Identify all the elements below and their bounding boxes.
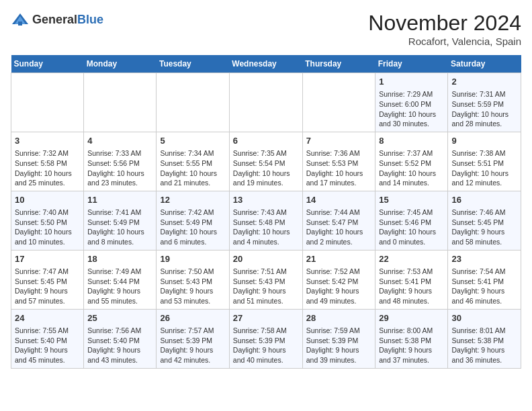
day-info: Sunrise: 7:31 AM Sunset: 5:59 PM Dayligh… [451, 89, 517, 129]
weekday-monday: Monday [84, 55, 157, 73]
day-number: 17 [15, 253, 80, 265]
day-info: Sunrise: 7:56 AM Sunset: 5:40 PM Dayligh… [87, 326, 152, 365]
day-info: Sunrise: 7:44 AM Sunset: 5:47 PM Dayligh… [306, 208, 372, 247]
calendar-cell: 26Sunrise: 7:57 AM Sunset: 5:39 PM Dayli… [157, 309, 229, 368]
logo: GeneralBlue [11, 11, 103, 30]
calendar-cell: 24Sunrise: 7:55 AM Sunset: 5:40 PM Dayli… [11, 309, 84, 368]
calendar-cell: 7Sunrise: 7:36 AM Sunset: 5:53 PM Daylig… [302, 132, 375, 191]
calendar-cell: 4Sunrise: 7:33 AM Sunset: 5:56 PM Daylig… [84, 132, 157, 191]
calendar-cell: 14Sunrise: 7:44 AM Sunset: 5:47 PM Dayli… [302, 191, 375, 250]
day-number: 24 [15, 312, 80, 324]
day-number: 11 [87, 194, 152, 206]
day-number: 14 [306, 194, 372, 206]
calendar-cell: 27Sunrise: 7:58 AM Sunset: 5:39 PM Dayli… [229, 309, 302, 368]
day-info: Sunrise: 7:32 AM Sunset: 5:58 PM Dayligh… [15, 148, 80, 188]
day-number: 16 [451, 194, 517, 206]
weekday-friday: Friday [375, 55, 448, 73]
day-info: Sunrise: 7:42 AM Sunset: 5:49 PM Dayligh… [160, 208, 225, 247]
svg-rect-2 [18, 21, 22, 26]
weekday-sunday: Sunday [11, 55, 84, 73]
day-number: 30 [451, 312, 517, 324]
logo-blue: Blue [77, 13, 103, 26]
day-info: Sunrise: 8:01 AM Sunset: 5:38 PM Dayligh… [451, 326, 517, 365]
day-info: Sunrise: 7:45 AM Sunset: 5:46 PM Dayligh… [379, 208, 444, 247]
day-info: Sunrise: 7:52 AM Sunset: 5:42 PM Dayligh… [306, 267, 372, 306]
day-info: Sunrise: 7:50 AM Sunset: 5:43 PM Dayligh… [160, 267, 225, 306]
day-info: Sunrise: 8:00 AM Sunset: 5:38 PM Dayligh… [379, 326, 444, 365]
day-info: Sunrise: 7:54 AM Sunset: 5:41 PM Dayligh… [451, 267, 517, 306]
day-number: 29 [379, 312, 444, 324]
day-number: 13 [233, 194, 299, 206]
calendar-cell: 30Sunrise: 8:01 AM Sunset: 5:38 PM Dayli… [448, 309, 521, 368]
day-info: Sunrise: 7:38 AM Sunset: 5:51 PM Dayligh… [451, 148, 517, 188]
calendar-cell: 5Sunrise: 7:34 AM Sunset: 5:55 PM Daylig… [157, 132, 229, 191]
day-number: 28 [306, 312, 372, 324]
page-header: GeneralBlue November 2024 Rocafort, Vale… [11, 11, 521, 47]
day-info: Sunrise: 7:37 AM Sunset: 5:52 PM Dayligh… [379, 148, 444, 188]
calendar-cell: 8Sunrise: 7:37 AM Sunset: 5:52 PM Daylig… [375, 132, 448, 191]
calendar-cell: 17Sunrise: 7:47 AM Sunset: 5:45 PM Dayli… [11, 250, 84, 309]
calendar-cell: 2Sunrise: 7:31 AM Sunset: 5:59 PM Daylig… [448, 73, 521, 132]
day-info: Sunrise: 7:47 AM Sunset: 5:45 PM Dayligh… [15, 267, 80, 306]
day-info: Sunrise: 7:53 AM Sunset: 5:41 PM Dayligh… [379, 267, 444, 306]
calendar-cell: 16Sunrise: 7:46 AM Sunset: 5:45 PM Dayli… [448, 191, 521, 250]
calendar-cell: 29Sunrise: 8:00 AM Sunset: 5:38 PM Dayli… [375, 309, 448, 368]
day-info: Sunrise: 7:35 AM Sunset: 5:54 PM Dayligh… [233, 148, 299, 188]
weekday-header-row: SundayMondayTuesdayWednesdayThursdayFrid… [11, 55, 521, 73]
calendar-cell [84, 73, 157, 132]
calendar-cell: 18Sunrise: 7:49 AM Sunset: 5:44 PM Dayli… [84, 250, 157, 309]
calendar-cell [302, 73, 375, 132]
day-number: 8 [379, 135, 444, 147]
day-number: 20 [233, 253, 299, 265]
weekday-thursday: Thursday [302, 55, 375, 73]
weekday-tuesday: Tuesday [157, 55, 229, 73]
day-number: 2 [451, 76, 517, 88]
day-number: 7 [306, 135, 372, 147]
day-number: 6 [233, 135, 299, 147]
day-info: Sunrise: 7:29 AM Sunset: 6:00 PM Dayligh… [379, 89, 444, 129]
day-info: Sunrise: 7:41 AM Sunset: 5:49 PM Dayligh… [87, 208, 152, 247]
weekday-wednesday: Wednesday [229, 55, 302, 73]
day-number: 9 [451, 135, 517, 147]
calendar-cell: 19Sunrise: 7:50 AM Sunset: 5:43 PM Dayli… [157, 250, 229, 309]
month-title: November 2024 [368, 11, 521, 36]
day-number: 1 [379, 76, 444, 88]
calendar-cell: 9Sunrise: 7:38 AM Sunset: 5:51 PM Daylig… [448, 132, 521, 191]
calendar-cell: 12Sunrise: 7:42 AM Sunset: 5:49 PM Dayli… [157, 191, 229, 250]
logo-icon [11, 11, 30, 30]
calendar-cell: 15Sunrise: 7:45 AM Sunset: 5:46 PM Dayli… [375, 191, 448, 250]
day-info: Sunrise: 7:55 AM Sunset: 5:40 PM Dayligh… [15, 326, 80, 365]
day-info: Sunrise: 7:57 AM Sunset: 5:39 PM Dayligh… [160, 326, 225, 365]
day-number: 22 [379, 253, 444, 265]
day-number: 5 [160, 135, 225, 147]
day-number: 21 [306, 253, 372, 265]
day-number: 12 [160, 194, 225, 206]
day-info: Sunrise: 7:58 AM Sunset: 5:39 PM Dayligh… [233, 326, 299, 365]
day-info: Sunrise: 7:36 AM Sunset: 5:53 PM Dayligh… [306, 148, 372, 188]
day-number: 10 [15, 194, 80, 206]
calendar-cell [157, 73, 229, 132]
week-row-3: 10Sunrise: 7:40 AM Sunset: 5:50 PM Dayli… [11, 191, 521, 250]
calendar-cell: 6Sunrise: 7:35 AM Sunset: 5:54 PM Daylig… [229, 132, 302, 191]
day-info: Sunrise: 7:34 AM Sunset: 5:55 PM Dayligh… [160, 148, 225, 188]
calendar-cell: 3Sunrise: 7:32 AM Sunset: 5:58 PM Daylig… [11, 132, 84, 191]
calendar-cell: 11Sunrise: 7:41 AM Sunset: 5:49 PM Dayli… [84, 191, 157, 250]
calendar-cell: 13Sunrise: 7:43 AM Sunset: 5:48 PM Dayli… [229, 191, 302, 250]
calendar-cell: 1Sunrise: 7:29 AM Sunset: 6:00 PM Daylig… [375, 73, 448, 132]
day-info: Sunrise: 7:43 AM Sunset: 5:48 PM Dayligh… [233, 208, 299, 247]
calendar-cell: 25Sunrise: 7:56 AM Sunset: 5:40 PM Dayli… [84, 309, 157, 368]
weekday-saturday: Saturday [448, 55, 521, 73]
calendar-cell: 10Sunrise: 7:40 AM Sunset: 5:50 PM Dayli… [11, 191, 84, 250]
day-number: 18 [87, 253, 152, 265]
week-row-2: 3Sunrise: 7:32 AM Sunset: 5:58 PM Daylig… [11, 132, 521, 191]
day-info: Sunrise: 7:49 AM Sunset: 5:44 PM Dayligh… [87, 267, 152, 306]
day-info: Sunrise: 7:40 AM Sunset: 5:50 PM Dayligh… [15, 208, 80, 247]
calendar-cell: 23Sunrise: 7:54 AM Sunset: 5:41 PM Dayli… [448, 250, 521, 309]
day-number: 27 [233, 312, 299, 324]
day-info: Sunrise: 7:46 AM Sunset: 5:45 PM Dayligh… [451, 208, 517, 247]
week-row-5: 24Sunrise: 7:55 AM Sunset: 5:40 PM Dayli… [11, 309, 521, 368]
day-number: 3 [15, 135, 80, 147]
day-info: Sunrise: 7:51 AM Sunset: 5:43 PM Dayligh… [233, 267, 299, 306]
day-info: Sunrise: 7:59 AM Sunset: 5:39 PM Dayligh… [306, 326, 372, 365]
calendar-cell [229, 73, 302, 132]
